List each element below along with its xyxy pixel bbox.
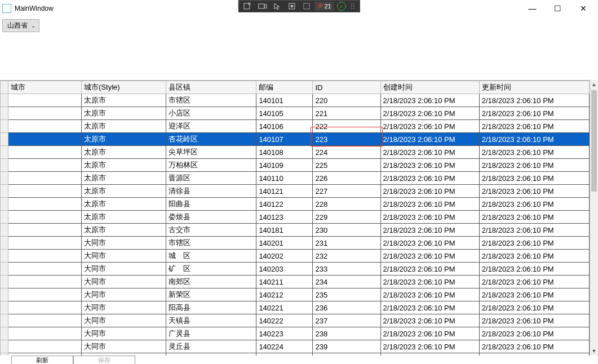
cell-city-style[interactable]: 太原市 [82, 185, 166, 198]
cell-created[interactable]: 2/18/2023 2:06:10 PM [380, 133, 479, 146]
cell-created[interactable]: 2/18/2023 2:06:10 PM [380, 314, 479, 327]
cell-id[interactable]: 222 [313, 120, 380, 133]
header-updated[interactable]: 更新时间 [479, 81, 589, 94]
cell-id[interactable]: 227 [313, 185, 380, 198]
cell-county[interactable]: 清徐县 [166, 185, 256, 198]
cell-county[interactable]: 矿 区 [166, 263, 256, 276]
cell-city[interactable] [8, 224, 82, 237]
cell-created[interactable]: 2/18/2023 2:06:10 PM [380, 94, 479, 107]
cell-created[interactable]: 2/18/2023 2:06:10 PM [380, 353, 479, 356]
cell-city-style[interactable]: 大同市 [82, 237, 166, 250]
cell-zip[interactable]: 140101 [256, 94, 313, 107]
maximize-button[interactable]: ☐ [545, 0, 570, 17]
cell-created[interactable]: 2/18/2023 2:06:10 PM [380, 211, 479, 224]
table-row[interactable]: 大同市矿 区1402032332/18/2023 2:06:10 PM2/18/… [1, 263, 590, 276]
cell-city-style[interactable]: 大同市 [82, 263, 166, 276]
cell-created[interactable]: 2/18/2023 2:06:10 PM [380, 340, 479, 353]
cell-city-style[interactable]: 大同市 [82, 288, 166, 301]
cell-county[interactable]: 万柏林区 [166, 159, 256, 172]
cell-zip[interactable]: 140123 [256, 211, 313, 224]
cell-created[interactable]: 2/18/2023 2:06:10 PM [380, 146, 479, 159]
cell-updated[interactable]: 2/18/2023 2:06:10 PM [479, 301, 589, 314]
header-county[interactable]: 县区镇 [166, 81, 256, 94]
cell-zip[interactable]: 140221 [256, 301, 313, 314]
row-header[interactable] [1, 327, 8, 340]
cell-created[interactable]: 2/18/2023 2:06:10 PM [380, 327, 479, 340]
row-header[interactable] [1, 301, 8, 314]
cell-city-style[interactable]: 太原市 [82, 120, 166, 133]
cell-county[interactable]: 小店区 [166, 107, 256, 120]
header-city-style[interactable]: 城市(Style) [82, 81, 166, 94]
cell-county[interactable]: 古交市 [166, 224, 256, 237]
table-row[interactable]: 太原市古交市1401812302/18/2023 2:06:10 PM2/18/… [1, 224, 590, 237]
cell-id[interactable]: 220 [313, 94, 380, 107]
cell-zip[interactable]: 140225 [256, 353, 313, 356]
cursor-icon[interactable] [270, 1, 284, 12]
cell-updated[interactable]: 2/18/2023 2:06:10 PM [479, 250, 589, 263]
cell-county[interactable]: 娄烦县 [166, 211, 256, 224]
row-header[interactable] [1, 94, 8, 107]
header-city[interactable]: 城市 [8, 81, 82, 94]
cell-city[interactable] [8, 120, 82, 133]
cell-updated[interactable]: 2/18/2023 2:06:10 PM [479, 327, 589, 340]
cell-city[interactable] [8, 211, 82, 224]
cell-city-style[interactable]: 太原市 [82, 159, 166, 172]
cell-updated[interactable]: 2/18/2023 2:06:10 PM [479, 107, 589, 120]
cell-county[interactable]: 灵丘县 [166, 340, 256, 353]
cell-city-style[interactable]: 太原市 [82, 172, 166, 185]
cell-updated[interactable]: 2/18/2023 2:06:10 PM [479, 224, 589, 237]
cell-zip[interactable]: 140224 [256, 340, 313, 353]
cell-created[interactable]: 2/18/2023 2:06:10 PM [380, 288, 479, 301]
cell-city-style[interactable]: 大同市 [82, 327, 166, 340]
cell-updated[interactable]: 2/18/2023 2:06:10 PM [479, 120, 589, 133]
cell-updated[interactable]: 2/18/2023 2:06:10 PM [479, 146, 589, 159]
toolbar-grip-icon[interactable] [349, 1, 357, 12]
cell-created[interactable]: 2/18/2023 2:06:10 PM [380, 159, 479, 172]
cell-city[interactable] [8, 107, 82, 120]
row-header[interactable] [1, 172, 8, 185]
row-header[interactable] [1, 146, 8, 159]
row-header[interactable] [1, 276, 8, 288]
cell-city[interactable] [8, 94, 82, 107]
cell-created[interactable]: 2/18/2023 2:06:10 PM [380, 263, 479, 276]
header-id[interactable]: ID [313, 81, 380, 94]
cell-id[interactable]: 239 [313, 340, 380, 353]
scroll-up-arrow-icon[interactable]: ▲ [590, 80, 598, 89]
header-zip[interactable]: 邮编 [256, 81, 313, 94]
status-ok-icon[interactable]: ✓ [335, 1, 348, 12]
row-header[interactable] [1, 211, 8, 224]
table-row[interactable]: 大同市阳高县1402212362/18/2023 2:06:10 PM2/18/… [1, 301, 590, 314]
cell-zip[interactable]: 140201 [256, 237, 313, 250]
cell-county[interactable]: 阳曲县 [166, 198, 256, 211]
cell-created[interactable]: 2/18/2023 2:06:10 PM [380, 301, 479, 314]
cell-updated[interactable]: 2/18/2023 2:06:10 PM [479, 159, 589, 172]
cell-updated[interactable]: 2/18/2023 2:06:10 PM [479, 353, 589, 356]
tab-save[interactable]: 保存 [73, 356, 135, 364]
row-header[interactable] [1, 198, 8, 211]
cell-county[interactable]: 杏花岭区 [166, 133, 256, 146]
cell-created[interactable]: 2/18/2023 2:06:10 PM [380, 198, 479, 211]
data-grid[interactable]: 城市 城市(Style) 县区镇 邮编 ID 创建时间 更新时间 太原市市辖区1… [0, 80, 598, 356]
cell-id[interactable]: 224 [313, 146, 380, 159]
cell-city-style[interactable]: 太原市 [82, 146, 166, 159]
cell-city-style[interactable]: 大同市 [82, 314, 166, 327]
cell-city[interactable] [8, 250, 82, 263]
cell-county[interactable]: 迎泽区 [166, 120, 256, 133]
cell-id[interactable]: 221 [313, 107, 380, 120]
row-header[interactable] [1, 237, 8, 250]
cell-city-style[interactable]: 大同市 [82, 250, 166, 263]
cell-city[interactable] [8, 172, 82, 185]
cell-updated[interactable]: 2/18/2023 2:06:10 PM [479, 288, 589, 301]
cell-county[interactable]: 市辖区 [166, 94, 256, 107]
cell-city[interactable] [8, 133, 82, 146]
cell-zip[interactable]: 140181 [256, 224, 313, 237]
cell-created[interactable]: 2/18/2023 2:06:10 PM [380, 120, 479, 133]
row-header[interactable] [1, 120, 8, 133]
table-row[interactable]: 大同市新荣区1402122352/18/2023 2:06:10 PM2/18/… [1, 288, 590, 301]
cell-created[interactable]: 2/18/2023 2:06:10 PM [380, 185, 479, 198]
recording-count[interactable]: 21 [314, 2, 333, 11]
cell-zip[interactable]: 140223 [256, 327, 313, 340]
cell-city-style[interactable]: 大同市 [82, 301, 166, 314]
cell-city[interactable] [8, 198, 82, 211]
cell-id[interactable]: 233 [313, 263, 380, 276]
